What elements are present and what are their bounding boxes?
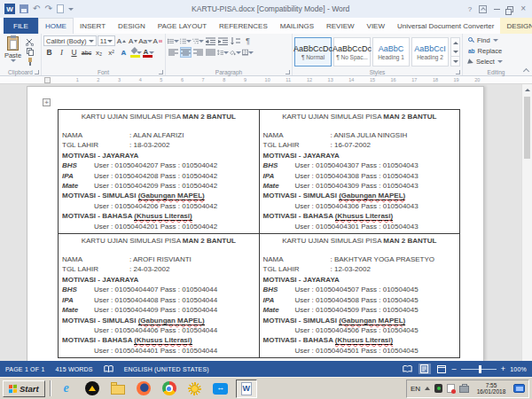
zoom-in-icon[interactable]: + [501,365,505,373]
language-status[interactable]: ENGLISH (UNITED STATES) [124,366,209,372]
tab-mailings[interactable]: MAILINGS [274,18,320,34]
table-move-handle[interactable]: + [43,98,51,106]
clipboard-dialog-launcher[interactable] [35,70,39,74]
copy-button[interactable] [24,47,35,56]
style-normal[interactable]: AaBbCcDc ¶ Normal [294,37,332,66]
styles-more-button[interactable] [451,56,459,66]
subscript-button[interactable]: x₂ [93,47,105,58]
tab-references[interactable]: REFERENCES [213,18,274,34]
show-hidden-icons[interactable] [425,387,430,390]
shading-button[interactable] [230,47,241,58]
tab-insert[interactable]: INSERT [74,18,112,34]
numbering-button[interactable] [180,35,192,46]
align-right-button[interactable] [192,47,204,58]
style-heading-2[interactable]: AaBbCcI Heading 2 [411,37,449,66]
styles-scroll-down[interactable] [451,47,459,56]
borders-button[interactable] [242,47,254,58]
tab-selector-icon[interactable] [44,77,51,83]
tab-home[interactable]: HOME [38,18,74,34]
print-layout-button[interactable] [419,364,431,374]
align-center-button[interactable] [180,47,192,58]
teamviewer-icon[interactable]: ↔ [210,379,231,398]
read-mode-button[interactable] [402,364,414,374]
italic-button[interactable]: I [56,47,67,58]
firefox-icon[interactable] [133,379,154,398]
font-size-combo[interactable]: 11 [98,35,115,46]
restore-icon[interactable] [507,6,513,12]
tab-universal-document-converter[interactable]: Universal Document Converter [391,18,500,34]
internet-explorer-icon[interactable]: e [56,379,77,398]
increase-indent-button[interactable] [217,35,229,46]
start-button[interactable]: Start [3,380,45,397]
redo-icon[interactable]: ↷ [44,4,51,13]
clock[interactable]: 7:55 16/01/2018 [473,382,509,395]
word-taskbar-button[interactable]: W [236,379,257,398]
tray-alert-icon[interactable] [447,384,455,393]
tab-page-layout[interactable]: PAGE LAYOUT [152,18,213,34]
zoom-slider-thumb[interactable] [479,365,481,373]
clear-formatting-button[interactable]: A [153,35,163,46]
show-paragraph-marks-button[interactable]: ¶ [242,35,254,46]
font-dialog-launcher[interactable] [159,70,163,74]
chrome-icon[interactable] [159,379,180,398]
align-left-button[interactable] [168,47,179,58]
tray-status-icon[interactable] [434,384,442,393]
find-button[interactable]: Find [468,35,528,45]
save-icon[interactable] [20,4,28,13]
strikethrough-button[interactable]: abc [81,47,92,58]
bold-button[interactable]: B [43,47,55,58]
black-circle-app-icon[interactable] [82,379,103,398]
font-color-button[interactable]: A [143,47,154,58]
text-effects-button[interactable]: A [118,47,129,58]
zoom-level[interactable]: 100% [510,366,527,372]
undo-icon[interactable]: ↶ [33,4,40,13]
new-document-icon[interactable] [57,4,64,13]
styles-scroll-up[interactable] [451,38,459,47]
justify-button[interactable] [205,47,216,58]
styles-dialog-launcher[interactable] [456,70,460,74]
ribbon-display-options-icon[interactable] [479,5,487,13]
vertical-scrollbar[interactable] [521,84,532,361]
cut-button[interactable] [24,37,35,46]
web-layout-button[interactable] [435,364,448,374]
zoom-slider[interactable] [461,369,497,370]
zoom-out-icon[interactable]: – [452,365,457,373]
sort-button[interactable] [230,35,241,46]
page-count[interactable]: PAGE 1 OF 1 [5,366,44,372]
word-count[interactable]: 415 WORDS [55,366,92,372]
font-family-combo[interactable]: Calibri (Body) [43,35,97,46]
ruler[interactable]: 1234567891011121314151617181920 [0,76,532,84]
multilevel-list-button[interactable] [192,35,204,46]
underline-button[interactable]: U [68,47,80,58]
style-heading-1[interactable]: AaBbC Heading 1 [372,37,410,66]
display-tray-icon[interactable] [513,384,525,393]
tab-table-design[interactable]: DESIGN [500,18,532,34]
change-case-button[interactable]: Aa [140,35,152,46]
sun-utility-icon[interactable] [184,379,206,398]
close-icon[interactable]: × [520,4,526,13]
printer-tray-icon[interactable] [459,386,469,393]
highlight-color-button[interactable] [130,47,142,58]
select-button[interactable]: Select [468,57,528,66]
grow-font-button[interactable]: A [116,35,127,46]
tab-review[interactable]: REVIEW [320,18,361,34]
superscript-button[interactable]: x² [106,47,117,58]
tab-file[interactable]: FILE [4,18,38,34]
paragraph-dialog-launcher[interactable] [286,70,290,74]
scroll-up-icon[interactable] [522,84,532,95]
line-spacing-button[interactable] [217,47,229,58]
paste-button[interactable]: Paste [2,35,24,66]
scrollbar-thumb[interactable] [524,97,530,159]
shrink-font-button[interactable]: A [128,35,138,46]
tab-view[interactable]: VIEW [361,18,391,34]
replace-button[interactable]: ab Replace [468,46,528,56]
folder-icon[interactable] [107,379,129,398]
bullets-button[interactable] [168,35,179,46]
language-indicator[interactable]: EN [411,385,420,393]
proofing-book-icon[interactable] [104,365,113,373]
tab-design[interactable]: DESIGN [112,18,152,34]
decrease-indent-button[interactable] [205,35,216,46]
style-no-spacing[interactable]: AaBbCcDc ¶ No Spac... [333,37,371,66]
help-icon[interactable]: ? [468,5,472,13]
format-painter-button[interactable] [24,58,35,66]
